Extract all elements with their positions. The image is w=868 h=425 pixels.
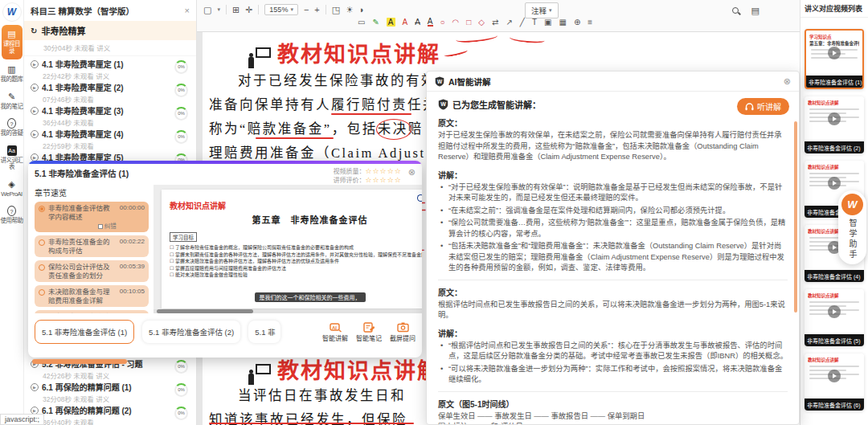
- checkbox-icon[interactable]: [98, 224, 103, 229]
- stamp-tool-icon[interactable]: ▣: [544, 18, 551, 27]
- star-rating[interactable]: ☆☆☆☆☆: [365, 176, 401, 184]
- sidebar-item-weproai[interactable]: ◈ WeProAI: [1, 176, 23, 203]
- comment-tool-icon[interactable]: ▭: [358, 18, 365, 27]
- chapter-chip[interactable]: 非寿险责任准备金的构成与评估 00:02:22: [35, 235, 149, 257]
- course-item[interactable]: ▶ 4.1 非寿险费率厘定 (1) 22分42秒 未观看 讲义 0%: [24, 56, 196, 80]
- sidebar-item-glossary[interactable]: Aa 讲义词汇表: [1, 142, 23, 176]
- source-text-section: 原文： 对于已经发生保险事故的有效保单，在未结案之前，保险公司就需要准备向保单持…: [438, 116, 788, 163]
- left-icon-rail: W ▤ 课程目录 ▥ 我的题库 ✎ 我的笔记 ? 我的答疑 Aa 讲义词汇表 ◈…: [0, 0, 24, 425]
- text-tool-icon[interactable]: T: [532, 18, 537, 27]
- pen-tool-icon[interactable]: ✎: [372, 18, 379, 27]
- section-label: 原文：: [438, 116, 788, 129]
- ai-notes-button[interactable]: 智能笔记: [356, 322, 382, 342]
- video-tab[interactable]: 5.1 非寿险准备金评估 (1): [35, 320, 134, 344]
- chapter-chip[interactable]: 未决赔款准备金与理赔费用准备金详解 00:10:05: [35, 285, 149, 307]
- course-item[interactable]: ▶ 4.1 非寿险费率厘定 (3) 36分44秒 未观看 0%: [24, 103, 196, 126]
- goal-line: 掌握未决赔款准备金的各种评估方法，理解各种评估方法的优缺点及适用条件: [170, 258, 422, 265]
- chapter-group-header[interactable]: ↻ 非寿险精算: [24, 21, 196, 40]
- svg-text:AI: AI: [332, 325, 337, 329]
- outline-doc-icon[interactable]: ▤: [751, 4, 760, 17]
- image-tool-icon[interactable]: ▦: [559, 18, 566, 27]
- generated-label: 已为您生成智能讲解：: [452, 98, 541, 111]
- connector-tool-icon[interactable]: ⇄: [492, 18, 498, 27]
- video-caption: 非寿险准备金评估 (6): [805, 398, 864, 411]
- ai-dialog-body[interactable]: W 已为您生成智能讲解： 原文： 对于已经发生保险事故的有效保单，在未结案之前，…: [427, 92, 799, 424]
- vertical-scrollbar-thumb[interactable]: [794, 121, 797, 313]
- chevron-down-icon[interactable]: ▾: [217, 6, 220, 13]
- list-tool-icon[interactable]: ≡: [588, 18, 592, 27]
- close-icon[interactable]: ⊗: [408, 167, 416, 178]
- video-card[interactable]: 教材知识点讲解 非寿险准备金评估 (5): [805, 289, 864, 346]
- zoom-out-icon[interactable]: −: [304, 3, 309, 16]
- horizontal-scrollbar[interactable]: [154, 309, 422, 313]
- sidebar-item-label: 使用帮助: [1, 218, 23, 225]
- underline-tool-icon[interactable]: A: [428, 18, 433, 27]
- sidebar-item-my-notes[interactable]: ✎ 我的笔记: [1, 88, 23, 116]
- search-icon[interactable]: [732, 7, 739, 14]
- arrow-tool-icon[interactable]: ↗: [506, 18, 512, 27]
- star-rating[interactable]: ☆☆☆☆☆: [365, 167, 401, 175]
- sidebar-item-my-qa[interactable]: ? 我的答疑: [1, 115, 23, 142]
- chapter-chip-title: 非寿险准备金评估教学内容概述: [48, 204, 117, 221]
- course-item[interactable]: ▶ 6.1 再保险的精算问题 (1) 32分08秒 未观看 讲义 0%: [24, 379, 196, 403]
- arc-tool-icon[interactable]: ◠: [452, 18, 460, 27]
- video-card[interactable]: 学习知识点 第五章：非寿险准备金评估 非寿险准备金评估 (1): [805, 29, 864, 89]
- course-item-meta: 36分40秒 未观看: [31, 417, 190, 425]
- brightness-icon[interactable]: ☀: [346, 3, 354, 16]
- video-tab[interactable]: 5.1 非寿险准备金评估 (2): [142, 321, 240, 343]
- thumb-header: 教材知识点讲解: [808, 100, 861, 106]
- scrollbar-thumb[interactable]: [157, 309, 253, 313]
- catalog-icon: ▤: [7, 29, 15, 39]
- course-item[interactable]: ▶ 4.1 非寿险费率厘定 (2) 07分46秒 未观看 0%: [24, 80, 196, 103]
- goal-line: 了解非寿险责任准备金的概念，理解保险公司提取责任准备金的必要和准备金的构成: [170, 244, 422, 251]
- hand-tool-icon[interactable]: ✛: [245, 3, 252, 16]
- tab-scroll-indicator[interactable]: [32, 359, 127, 364]
- font-color-tool-icon[interactable]: A: [403, 18, 408, 27]
- video-card[interactable]: 教材知识点讲解 非寿险准备金评估 (2): [805, 96, 864, 153]
- play-icon[interactable]: [828, 112, 841, 125]
- annotate-dropdown-button[interactable]: 注释 ▾: [525, 2, 559, 18]
- zoom-level-select[interactable]: 155% ▾: [264, 4, 298, 15]
- question-bank-icon: ▥: [7, 64, 15, 75]
- play-icon: ▶: [31, 383, 39, 391]
- sidebar-item-help[interactable]: ? 使用帮助: [1, 202, 23, 230]
- screenshot-ask-button[interactable]: 截屏提问: [390, 322, 416, 342]
- link-tool-icon[interactable]: ⊕: [574, 18, 580, 27]
- sidebar-item-course-catalog[interactable]: ▤ 课程目录: [2, 25, 23, 59]
- fit-width-icon[interactable]: ⊞: [232, 3, 240, 16]
- strikethrough-tool-icon[interactable]: A: [415, 18, 420, 27]
- ai-dialog-title: AI智能讲解: [448, 76, 780, 88]
- annotate-label: 注释: [531, 5, 547, 16]
- ai-explain-button[interactable]: AI 智能讲解: [322, 322, 348, 342]
- play-icon[interactable]: [828, 47, 841, 59]
- video-tab[interactable]: 5.1 非: [248, 321, 280, 343]
- polygon-tool-icon[interactable]: ◇: [478, 18, 485, 27]
- smart-assistant-button[interactable]: W 智学助手: [838, 190, 866, 264]
- page-thumbnail-icon[interactable]: ▢: [203, 3, 211, 16]
- play-icon[interactable]: [828, 370, 841, 382]
- ellipse-tool-icon[interactable]: ○: [440, 18, 445, 27]
- fullscreen-icon[interactable]: ◳: [332, 3, 340, 16]
- rectangle-tool-icon[interactable]: □: [466, 18, 471, 27]
- close-icon[interactable]: ×: [185, 6, 190, 15]
- sidebar-item-question-bank[interactable]: ▥ 我的题库: [1, 61, 23, 88]
- line-tool-icon[interactable]: ╱: [520, 18, 525, 27]
- chapter-chip[interactable]: 非寿险责任准备金的分类与评估 00:13:17: [35, 310, 149, 313]
- chapter-chip[interactable]: 非寿险准备金评估教学内容概述 纠错 00:00:00: [35, 202, 149, 232]
- close-icon[interactable]: ⊗: [784, 76, 791, 87]
- play-icon[interactable]: [828, 305, 841, 318]
- dark-mode-icon[interactable]: ◗: [359, 3, 365, 16]
- video-area[interactable]: 威普爱生 教材知识点讲解 第五章 非寿险准备金评估 学习目标 了解非寿险责任准备…: [154, 185, 422, 313]
- course-item[interactable]: ▶ 6.1 再保险的精算问题 (2) 36分40秒 未观看 0%: [24, 403, 196, 425]
- progress-ring: 0%: [174, 60, 188, 74]
- report-error-label[interactable]: 纠错: [104, 223, 117, 230]
- glossary-aa-icon: Aa: [7, 145, 17, 156]
- video-card[interactable]: 教材知识点讲解 非寿险准备金评估 (6): [805, 353, 864, 411]
- highlight-tool-icon[interactable]: A: [387, 18, 395, 27]
- chapter-chip[interactable]: 保险公司会计评估及责任准备金的划分 00:05:39: [35, 260, 149, 282]
- course-item[interactable]: ▶ 4.1 非寿险费率厘定 (4) 22分59秒 未观看 0%: [24, 126, 196, 149]
- zoom-in-icon[interactable]: +: [314, 3, 319, 16]
- course-item-title: 4.1 非寿险费率厘定 (3): [42, 104, 190, 116]
- play-icon[interactable]: [828, 177, 841, 190]
- chapter-group-title: 非寿险精算: [41, 24, 85, 37]
